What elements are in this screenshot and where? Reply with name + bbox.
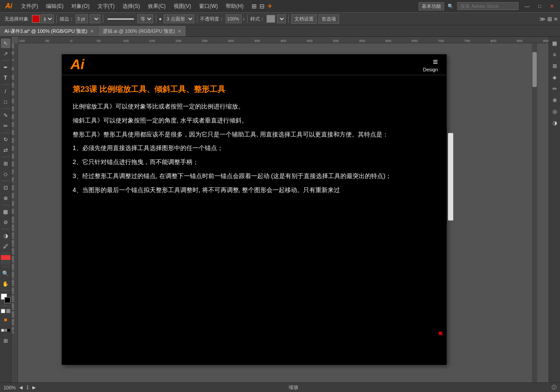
swatch-row[interactable]: [1, 326, 10, 335]
artboard-tool[interactable]: ⊞: [1, 336, 10, 346]
opacity-input[interactable]: [226, 14, 242, 23]
divider-6: [288, 15, 289, 23]
selection-tool[interactable]: ↖: [1, 38, 10, 48]
brushes-icon[interactable]: ✏: [550, 84, 560, 94]
menu-view[interactable]: 视图(V): [170, 2, 195, 11]
stroke-type-select[interactable]: ▣: [41, 14, 54, 23]
cc-libraries-icon[interactable]: ⊞: [550, 61, 560, 71]
hamburger-icon[interactable]: ≡: [433, 57, 438, 67]
appearance-icon[interactable]: ◑: [550, 118, 560, 128]
menu-file[interactable]: 文件(F): [18, 2, 42, 11]
style-swatch[interactable]: [266, 15, 275, 23]
symbol-sprayer-tool[interactable]: ⊗: [1, 193, 10, 203]
gradient-tool[interactable]: ◑: [1, 231, 10, 241]
pen-tool[interactable]: ✒: [1, 63, 10, 72]
vertical-scrollbar[interactable]: [532, 43, 537, 382]
toolbar: 无选择对象 ▣ 描边： pt 等比 ● 3 点圆形 不透明度： › 样式： ▼ …: [0, 12, 560, 25]
tool-sep-9: [2, 253, 10, 253]
artboard: Ai ≡ Design 第23课 比例缩放工具、倾斜工具、整形工具 比例缩放工具…: [62, 54, 447, 365]
pencil-tool[interactable]: ✏: [1, 121, 10, 131]
canvas-body: -100-50050100150200250300350400450500550…: [11, 43, 543, 382]
eraser-tool[interactable]: [1, 255, 10, 265]
doc-design-label: Design: [423, 67, 438, 72]
direct-selection-tool[interactable]: ↗: [1, 49, 10, 59]
minimize-button[interactable]: —: [522, 4, 532, 9]
doc-header-right: ≡ Design: [423, 57, 438, 72]
divider-1: [56, 15, 57, 23]
scale-tool[interactable]: ⊞: [1, 159, 10, 168]
column-graph-tool[interactable]: ▦: [1, 207, 10, 217]
menu-help[interactable]: 帮助(H): [222, 2, 247, 11]
menu-text[interactable]: 文字(T): [94, 2, 118, 11]
free-transform-tool[interactable]: ⊡: [1, 183, 10, 192]
orange-swatch[interactable]: ■: [1, 315, 10, 325]
canvas-inner[interactable]: Ai ≡ Design 第23课 比例缩放工具、倾斜工具、整形工具 比例缩放工具…: [18, 43, 543, 382]
menu-effect[interactable]: 效果(C): [144, 2, 169, 11]
stroke-color-swatch[interactable]: [32, 15, 40, 23]
panels-icon[interactable]: ⊟: [259, 3, 265, 10]
menu-select[interactable]: 选择(S): [119, 2, 144, 11]
points-type-select[interactable]: 3 点圆形: [164, 14, 194, 23]
doc-setup-button[interactable]: 文档设置: [291, 14, 317, 24]
color-boxes: [1, 294, 10, 303]
arrange-icon[interactable]: ⊞: [252, 3, 257, 10]
menu-edit[interactable]: 编辑(E): [42, 2, 67, 11]
doc-para-4: 2、它只针对锚点进行拖曳，而不能调整手柄；: [73, 157, 436, 168]
nav-prev[interactable]: ◀: [19, 385, 23, 390]
style-select[interactable]: ▼: [277, 14, 286, 23]
share-icon[interactable]: ✈: [267, 3, 273, 10]
properties-icon[interactable]: ▦: [550, 38, 560, 48]
graphic-styles-icon[interactable]: ◎: [550, 107, 560, 116]
doc-header: Ai ≡ Design: [62, 54, 447, 75]
stroke-unit-select[interactable]: pt: [90, 14, 100, 23]
tab-0[interactable]: AI-课件3.ai* @ 100% (RGB/GPU 预览) ✕: [0, 26, 98, 36]
stroke-size-input[interactable]: [76, 14, 88, 23]
toolbar-more-icon[interactable]: ≡: [554, 16, 557, 22]
artboard-right-handle[interactable]: [448, 133, 453, 220]
none-color-icon[interactable]: [1, 309, 5, 313]
close-button[interactable]: ✕: [547, 4, 556, 9]
tab-0-close[interactable]: ✕: [90, 29, 94, 34]
type-tool[interactable]: T: [1, 73, 10, 83]
toolbar-right: ≫ ⊞ ≡: [539, 16, 557, 22]
rectangle-tool[interactable]: □: [1, 97, 10, 107]
stroke-label: 描边：: [60, 16, 74, 22]
line-style-preview: [108, 18, 134, 20]
menu-object[interactable]: 对象(O): [68, 2, 93, 11]
basic-func-button[interactable]: 基本功能: [419, 2, 444, 10]
shear-tool[interactable]: ◇: [1, 169, 10, 179]
opacity-more-icon[interactable]: ›: [243, 17, 245, 21]
menu-right: 基本功能 🔍 — □ ✕: [419, 2, 556, 10]
menu-window[interactable]: 窗口(W): [196, 2, 221, 11]
canvas-area: -100-50050100150200250300350400450500550…: [11, 37, 549, 382]
layers-icon[interactable]: ≡: [550, 50, 560, 60]
doc-para-3: 1、必须先使用直接选择工具选择图形中的任一个锚点；: [73, 143, 436, 154]
eyedropper-tool[interactable]: 🖉: [1, 242, 10, 251]
tab-1[interactable]: 逻辑.ai @ 100% (RGB/GPU 预览) ✕: [98, 26, 186, 36]
divider-5: [247, 15, 248, 23]
gradient-color-icon[interactable]: [6, 309, 10, 313]
reflect-tool[interactable]: ⇄: [1, 145, 10, 155]
hand-tool[interactable]: ✋: [1, 279, 10, 289]
workspace-layout-icon[interactable]: ⊞: [547, 16, 552, 22]
tool-sep-6: [2, 181, 10, 181]
mesh-tool[interactable]: ⊘: [1, 217, 10, 227]
swatches-icon[interactable]: ◈: [550, 73, 560, 82]
preferences-button[interactable]: 首选项: [318, 14, 339, 24]
doc-logo: Ai: [70, 56, 84, 73]
paintbrush-tool[interactable]: ✎: [1, 111, 10, 120]
toolbar-expand-icon[interactable]: ≫: [539, 16, 546, 22]
tab-1-close[interactable]: ✕: [178, 29, 181, 34]
doc-para-0: 比例缩放工具》可以使对象等比或者按照一定的比例进行缩放。: [73, 102, 436, 112]
maximize-button[interactable]: □: [536, 4, 544, 9]
symbols-icon[interactable]: ⊗: [550, 95, 560, 105]
nav-next[interactable]: ▶: [32, 385, 36, 390]
background-color[interactable]: [4, 297, 10, 303]
line-segment-tool[interactable]: /: [1, 87, 10, 96]
app-logo: Ai: [4, 1, 17, 11]
scrollbar-thumb[interactable]: [532, 52, 537, 87]
search-input[interactable]: [457, 2, 518, 10]
zoom-tool[interactable]: 🔍: [1, 269, 10, 278]
equal-select[interactable]: 等比: [137, 14, 153, 23]
rotate-tool[interactable]: ↻: [1, 135, 10, 144]
